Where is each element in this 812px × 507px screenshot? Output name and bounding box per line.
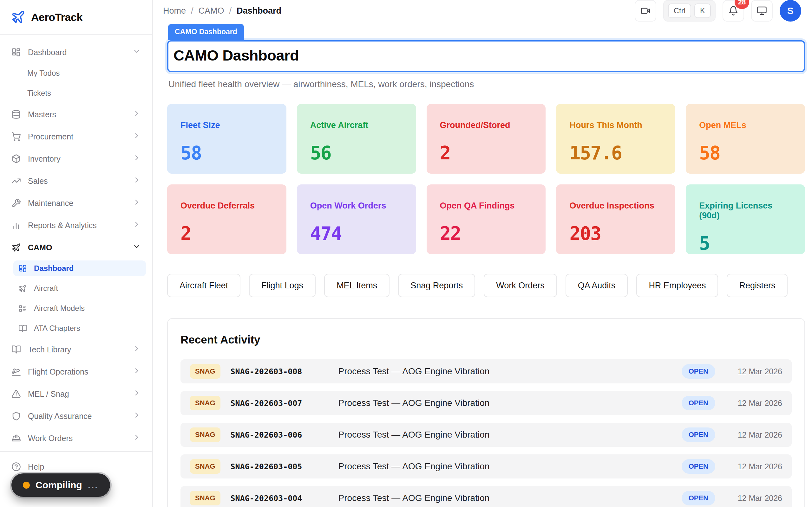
stat-card-grounded-stored: Grounded/Stored 2 bbox=[426, 104, 546, 174]
database-icon bbox=[11, 110, 21, 119]
quick-link-aircraft-fleet[interactable]: Aircraft Fleet bbox=[167, 274, 241, 297]
breadcrumb-current: Dashboard bbox=[237, 6, 281, 16]
shield-icon bbox=[11, 411, 21, 421]
sidebar-item-label: Flight Operations bbox=[28, 367, 88, 377]
activity-row[interactable]: SNAG SNAG-202603-007 Process Test — AOG … bbox=[181, 391, 792, 415]
stat-label: Expiring Licenses (90d) bbox=[699, 201, 792, 221]
stat-label: Fleet Size bbox=[181, 120, 273, 130]
display-button[interactable] bbox=[751, 0, 773, 21]
stat-label: Open QA Findings bbox=[440, 201, 532, 211]
sidebar-item-camo-dashboard[interactable]: Dashboard bbox=[13, 261, 146, 276]
activity-row[interactable]: SNAG SNAG-202603-004 Process Test — AOG … bbox=[181, 486, 792, 507]
stat-card-hours-this-month: Hours This Month 157.6 bbox=[556, 104, 675, 174]
sidebar-item-my-todos[interactable]: My Todos bbox=[13, 65, 146, 81]
activity-row[interactable]: SNAG SNAG-202603-006 Process Test — AOG … bbox=[181, 423, 792, 447]
stat-card-active-aircraft: Active Aircraft 56 bbox=[297, 104, 416, 174]
layout-list-icon bbox=[18, 304, 27, 313]
sidebar-item-flight-operations[interactable]: Flight Operations bbox=[6, 362, 146, 381]
plane-icon bbox=[18, 284, 27, 293]
snag-type-badge: SNAG bbox=[190, 491, 220, 505]
activity-row-text: Process Test — AOG Engine Vibration bbox=[339, 493, 490, 503]
sidebar-item-quality-assurance[interactable]: Quality Assurance bbox=[6, 407, 146, 425]
chevron-right-icon bbox=[133, 131, 141, 142]
activity-row-text: Process Test — AOG Engine Vibration bbox=[339, 430, 490, 440]
page-title: CAMO Dashboard bbox=[173, 47, 799, 64]
page-subtitle: Unified fleet health overview — airworth… bbox=[168, 79, 805, 89]
activity-row-date: 12 Mar 2026 bbox=[730, 462, 782, 471]
stat-label: Hours This Month bbox=[569, 120, 662, 130]
sidebar-item-procurement[interactable]: Procurement bbox=[6, 127, 146, 146]
main-area: Home / CAMO / Dashboard Ctrl K 28 bbox=[153, 0, 812, 507]
activity-row[interactable]: SNAG SNAG-202603-005 Process Test — AOG … bbox=[181, 454, 792, 478]
brand-logo[interactable]: AeroTrack bbox=[0, 0, 152, 35]
page-tab-badge: CAMO Dashboard bbox=[168, 24, 244, 40]
status-badge: OPEN bbox=[681, 491, 715, 505]
stat-label: Overdue Inspections bbox=[569, 201, 662, 211]
dashboard-grid-icon bbox=[18, 264, 27, 273]
sidebar-item-label: Sales bbox=[28, 176, 48, 186]
sidebar-item-tickets[interactable]: Tickets bbox=[13, 85, 146, 101]
stat-value: 22 bbox=[440, 223, 532, 244]
quick-link-flight-logs[interactable]: Flight Logs bbox=[249, 274, 316, 297]
sidebar-item-label: CAMO bbox=[28, 243, 52, 252]
breadcrumb-home[interactable]: Home bbox=[163, 6, 186, 16]
sidebar-item-tech-library[interactable]: Tech Library bbox=[6, 340, 146, 359]
stat-label: Open MELs bbox=[699, 120, 792, 130]
plane-logo-icon bbox=[11, 10, 26, 24]
quick-link-registers[interactable]: Registers bbox=[727, 274, 788, 297]
sidebar-item-dashboard[interactable]: Dashboard bbox=[6, 43, 146, 61]
quick-links: Aircraft Fleet Flight Logs MEL Items Sna… bbox=[167, 274, 805, 297]
chevron-right-icon bbox=[133, 367, 141, 377]
activity-row-id: SNAG-202603-006 bbox=[231, 430, 329, 440]
sidebar-item-label: Aircraft bbox=[34, 284, 58, 293]
stat-value: 203 bbox=[569, 223, 662, 244]
snag-type-badge: SNAG bbox=[190, 364, 220, 379]
sidebar-item-inventory[interactable]: Inventory bbox=[6, 150, 146, 168]
notifications-button[interactable]: 28 bbox=[722, 0, 744, 21]
quick-link-mel-items[interactable]: MEL Items bbox=[324, 274, 390, 297]
sidebar-item-camo[interactable]: CAMO bbox=[6, 238, 146, 257]
sidebar-item-label: MEL / Snag bbox=[28, 389, 69, 399]
breadcrumb-camo[interactable]: CAMO bbox=[199, 6, 224, 16]
chevron-right-icon bbox=[133, 411, 141, 421]
brand-name: AeroTrack bbox=[31, 11, 83, 23]
page-title-input[interactable]: CAMO Dashboard bbox=[167, 40, 805, 72]
sidebar-item-label: Aircraft Models bbox=[34, 304, 85, 313]
stat-card-overdue-deferrals: Overdue Deferrals 2 bbox=[167, 184, 287, 254]
stat-card-open-qa-findings: Open QA Findings 22 bbox=[426, 184, 546, 254]
avatar[interactable]: S bbox=[780, 0, 801, 21]
activity-row-id: SNAG-202603-007 bbox=[231, 399, 329, 408]
ctrl-key: Ctrl bbox=[668, 3, 691, 18]
sidebar-item-label: Procurement bbox=[28, 132, 73, 141]
video-button[interactable] bbox=[635, 0, 656, 21]
activity-row-date: 12 Mar 2026 bbox=[730, 399, 782, 408]
activity-rows: SNAG SNAG-202603-008 Process Test — AOG … bbox=[181, 359, 792, 507]
sidebar-item-label: Tickets bbox=[27, 89, 51, 98]
command-shortcut-button[interactable]: Ctrl K bbox=[663, 0, 716, 21]
sidebar-item-masters[interactable]: Masters bbox=[6, 105, 146, 124]
sidebar-item-label: Maintenance bbox=[28, 199, 73, 208]
hard-hat-icon bbox=[11, 434, 21, 443]
sidebar-item-aircraft[interactable]: Aircraft bbox=[13, 280, 146, 296]
sidebar-item-maintenance[interactable]: Maintenance bbox=[6, 194, 146, 212]
quick-link-work-orders[interactable]: Work Orders bbox=[484, 274, 557, 297]
status-badge: OPEN bbox=[681, 364, 715, 379]
sidebar-item-mel-snag[interactable]: MEL / Snag bbox=[6, 385, 146, 403]
quick-link-snag-reports[interactable]: Snag Reports bbox=[398, 274, 475, 297]
quick-link-hr-employees[interactable]: HR Employees bbox=[636, 274, 718, 297]
sidebar-item-reports-analytics[interactable]: Reports & Analytics bbox=[6, 216, 146, 234]
activity-row[interactable]: SNAG SNAG-202603-008 Process Test — AOG … bbox=[181, 359, 792, 383]
sidebar-item-work-orders[interactable]: Work Orders bbox=[6, 429, 146, 447]
sidebar-item-aircraft-models[interactable]: Aircraft Models bbox=[13, 300, 146, 316]
sidebar-item-ata-chapters[interactable]: ATA Chapters bbox=[13, 320, 146, 336]
stat-value: 157.6 bbox=[569, 142, 662, 164]
status-badge: OPEN bbox=[681, 459, 715, 474]
stats-grid: Fleet Size 58 Active Aircraft 56 Grounde… bbox=[167, 104, 805, 254]
stat-label: Grounded/Stored bbox=[440, 120, 532, 130]
sidebar-item-sales[interactable]: Sales bbox=[6, 172, 146, 190]
monitor-icon bbox=[757, 6, 767, 16]
sidebar-item-label: Work Orders bbox=[28, 434, 72, 443]
quick-link-qa-audits[interactable]: QA Audits bbox=[565, 274, 628, 297]
toast-dots: ... bbox=[88, 480, 99, 491]
activity-row-text: Process Test — AOG Engine Vibration bbox=[339, 398, 490, 408]
